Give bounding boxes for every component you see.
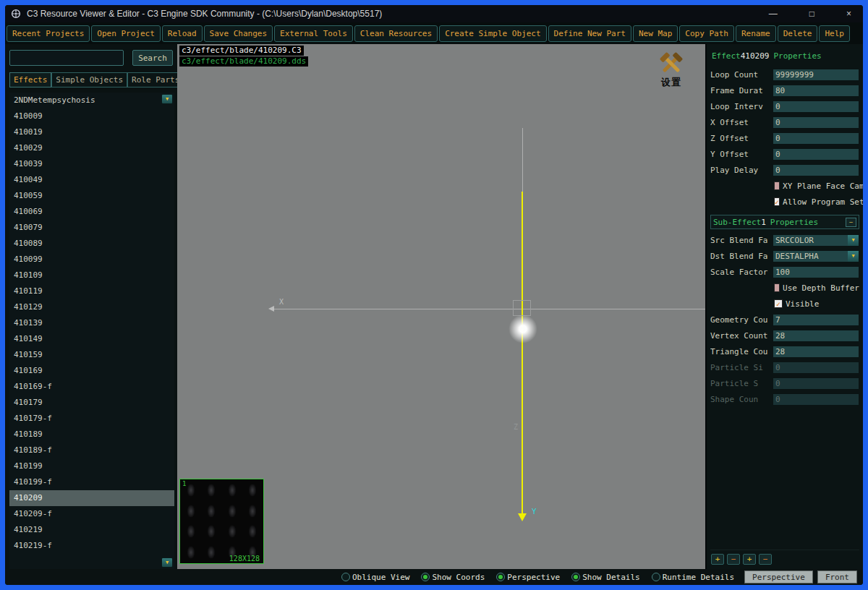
subeffect-add-remove-button[interactable]: + [711,554,724,565]
list-item[interactable]: 410079 [9,220,174,236]
dropdown-field[interactable]: DESTALPHA▼ [773,250,859,262]
list-item[interactable]: 410189 [9,427,174,442]
list-item[interactable]: 410099 [9,252,174,268]
toolbar-button[interactable]: Copy Path [679,25,734,42]
property-value-field[interactable]: 0 [773,116,859,129]
subeffect-add-remove-button[interactable]: + [743,554,756,565]
maximize-button[interactable]: □ [809,9,814,19]
toolbar-button[interactable]: New Map [633,25,678,42]
list-item[interactable]: 410169 [9,363,174,379]
toolbar-button[interactable]: Rename [736,25,776,42]
property-value-field[interactable]: 0 [773,132,859,145]
title-bar[interactable]: C3 Resource Viewer & Editor - C3 Engine … [5,5,863,22]
view-mode-button[interactable]: Perspective [744,570,813,583]
toolbar-button[interactable]: Clean Resources [354,25,438,42]
radio-icon[interactable] [571,573,580,581]
toolbar-button[interactable]: Delete [778,25,818,42]
texture-preview-panel[interactable]: 1 128X128 [179,479,264,564]
property-value-field[interactable]: 28 [773,330,859,342]
list-item[interactable]: 410009 [9,108,174,124]
list-item[interactable]: 410059 [9,188,174,204]
list-item[interactable]: 410049 [9,172,174,188]
list-item[interactable]: 410219-f [9,538,174,554]
checkbox-row[interactable]: ✓ XY Plane Face Cam [774,178,859,194]
close-button[interactable]: × [846,9,851,19]
scale-factor-field[interactable]: 100 [773,266,859,278]
property-value-field[interactable]: 0 [773,101,859,113]
list-item[interactable]: 410039 [9,156,174,172]
view-mode-button[interactable]: Front [817,570,857,583]
property-value-field[interactable]: 28 [773,346,859,358]
toolbar-button[interactable]: Create Simple Object [439,25,546,42]
checkbox-icon[interactable]: ✓ [774,299,783,308]
sub-header-id: 1 [761,218,766,227]
list-item[interactable]: 410199 [9,458,174,474]
list-item[interactable]: 410119 [9,283,174,299]
checkbox-icon[interactable]: ✓ [774,283,780,292]
toolbar-button[interactable]: Reload [162,25,203,42]
radio-icon[interactable] [421,573,430,581]
list-item[interactable]: 410179-f [9,411,174,427]
list-item[interactable]: 410169-f [9,379,174,395]
toolbar-button[interactable]: Open Project [91,25,160,42]
list-item[interactable]: 410019 [9,124,174,140]
toolbar-button[interactable]: External Tools [274,25,353,42]
list-item[interactable]: 410129 [9,299,174,315]
checkbox-row[interactable]: ✓ Allow Program Set [774,194,859,210]
checkbox-icon[interactable]: ✓ [774,181,780,190]
list-item[interactable]: 410209-f [9,506,174,522]
subeffect-add-remove-button[interactable]: − [759,554,772,565]
list-item[interactable]: 410159 [9,347,174,363]
toolbar-button[interactable]: Help [819,25,850,42]
view-option-radio[interactable]: Perspective [496,573,560,582]
view-option-radio[interactable]: Oblique View [341,573,409,582]
radio-icon[interactable] [341,573,350,581]
property-value-field[interactable]: 0 [773,148,859,161]
viewport-3d[interactable]: c3/effect/blade/410209.C3 c3/effect/blad… [177,44,705,569]
collapse-subeffect-button[interactable]: − [846,218,856,227]
search-input[interactable] [9,50,124,66]
toolbar-button[interactable]: Recent Projects [7,25,90,42]
list-item[interactable]: 410149 [9,331,174,347]
checkbox-row[interactable]: ✓ Visible [774,296,859,312]
radio-icon[interactable] [496,573,505,581]
checkbox-icon[interactable]: ✓ [774,197,780,206]
chevron-down-icon[interactable]: ▼ [848,235,859,246]
search-button[interactable]: Search [132,50,173,66]
list-item[interactable]: 410069 [9,204,174,220]
list-item[interactable]: 410089 [9,236,174,252]
list-item[interactable]: 410189-f [9,442,174,458]
list-item[interactable]: 410139 [9,315,174,331]
radio-icon[interactable] [652,573,660,581]
sidebar-tab[interactable]: Effects [9,72,51,87]
list-item[interactable]: 410219 [9,522,174,538]
subeffect-add-remove-button[interactable]: − [727,554,740,565]
view-option-radio[interactable]: Show Coords [421,573,485,582]
list-item[interactable]: 410109 [9,268,174,283]
property-value-field[interactable]: 7 [773,314,859,326]
property-value-field[interactable]: 0 [773,164,859,176]
view-option-radio[interactable]: Runtime Details [652,573,734,582]
list-scroll-up-icon[interactable]: ▼ [161,94,173,104]
app-icon[interactable] [11,9,21,19]
property-value-field[interactable]: 80 [773,85,859,97]
property-value-field[interactable]: 99999999 [773,69,859,81]
blend-dropdowns: Src Blend Fa SRCCOLOR▼ Dst Blend Fa DEST… [710,232,859,264]
settings-tool-icon[interactable]: 设置 [655,52,688,89]
list-item[interactable]: 410199-f [9,474,174,490]
toolbar-button[interactable]: Define New Part [548,25,631,42]
dropdown-field[interactable]: SRCCOLOR▼ [773,234,859,247]
sidebar-tab[interactable]: Role Parts [127,72,184,87]
z-axis-label: Z [514,423,518,431]
toolbar-button[interactable]: Save Changes [204,25,273,42]
list-item[interactable]: 2NDMetempsychosis [9,93,174,108]
minimize-button[interactable]: — [769,9,778,19]
list-scroll-down-icon[interactable]: ▼ [161,557,173,568]
sidebar-tab[interactable]: Simple Objects [51,72,127,87]
list-item[interactable]: 410179 [9,395,174,411]
list-item[interactable]: 410029 [9,140,174,156]
view-option-radio[interactable]: Show Details [571,573,639,582]
chevron-down-icon[interactable]: ▼ [848,251,859,262]
list-item[interactable]: 410209 [9,490,174,506]
checkbox-row[interactable]: ✓ Use Depth Buffer [774,280,859,296]
